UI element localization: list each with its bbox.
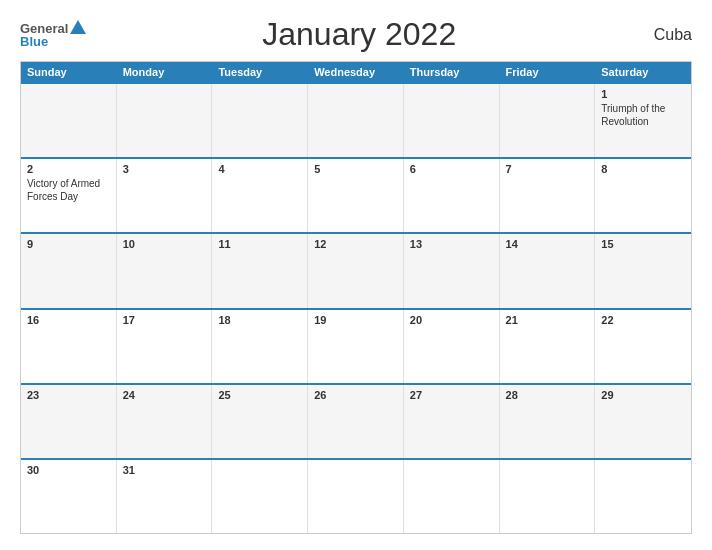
header-monday: Monday [117, 62, 213, 82]
day-8: 8 [601, 163, 685, 175]
cell-w5-mon: 24 [117, 385, 213, 458]
day-2: 2 [27, 163, 110, 175]
holiday-1: Triumph of the Revolution [601, 103, 665, 127]
header-thursday: Thursday [404, 62, 500, 82]
cell-w1-thu [404, 84, 500, 157]
header-wednesday: Wednesday [308, 62, 404, 82]
cell-w5-tue: 25 [212, 385, 308, 458]
day-6: 6 [410, 163, 493, 175]
day-19: 19 [314, 314, 397, 326]
day-31: 31 [123, 464, 206, 476]
cell-w1-tue [212, 84, 308, 157]
cell-w3-wed: 12 [308, 234, 404, 307]
cell-w5-fri: 28 [500, 385, 596, 458]
cell-w1-fri [500, 84, 596, 157]
header-friday: Friday [500, 62, 596, 82]
cell-w1-sun [21, 84, 117, 157]
cell-w1-mon [117, 84, 213, 157]
cell-w4-mon: 17 [117, 310, 213, 383]
week-row-1: 1 Triumph of the Revolution [21, 82, 691, 157]
week-row-6: 30 31 [21, 458, 691, 533]
cell-w3-thu: 13 [404, 234, 500, 307]
week-row-3: 9 10 11 12 13 14 15 [21, 232, 691, 307]
logo-general: General [20, 22, 68, 35]
cell-w5-wed: 26 [308, 385, 404, 458]
holiday-2: Victory of Armed Forces Day [27, 178, 100, 202]
cell-w6-tue [212, 460, 308, 533]
cell-w2-fri: 7 [500, 159, 596, 232]
day-9: 9 [27, 238, 110, 250]
day-27: 27 [410, 389, 493, 401]
day-20: 20 [410, 314, 493, 326]
cell-w2-sun: 2 Victory of Armed Forces Day [21, 159, 117, 232]
cell-w5-sat: 29 [595, 385, 691, 458]
cell-w2-thu: 6 [404, 159, 500, 232]
day-5: 5 [314, 163, 397, 175]
cell-w3-tue: 11 [212, 234, 308, 307]
week-row-5: 23 24 25 26 27 28 29 [21, 383, 691, 458]
day-14: 14 [506, 238, 589, 250]
day-30: 30 [27, 464, 110, 476]
cell-w4-sat: 22 [595, 310, 691, 383]
cell-w2-wed: 5 [308, 159, 404, 232]
day-13: 13 [410, 238, 493, 250]
country-name: Cuba [632, 26, 692, 44]
day-17: 17 [123, 314, 206, 326]
cell-w4-tue: 18 [212, 310, 308, 383]
cell-w6-sat [595, 460, 691, 533]
day-1: 1 [601, 88, 685, 100]
cell-w3-sat: 15 [595, 234, 691, 307]
day-23: 23 [27, 389, 110, 401]
cell-w6-fri [500, 460, 596, 533]
cell-w2-tue: 4 [212, 159, 308, 232]
header-saturday: Saturday [595, 62, 691, 82]
cell-w5-sun: 23 [21, 385, 117, 458]
cell-w1-wed [308, 84, 404, 157]
calendar: Sunday Monday Tuesday Wednesday Thursday… [20, 61, 692, 534]
day-28: 28 [506, 389, 589, 401]
week-row-4: 16 17 18 19 20 21 22 [21, 308, 691, 383]
logo: General Blue [20, 22, 86, 48]
cell-w3-fri: 14 [500, 234, 596, 307]
page: General Blue January 2022 Cuba Sunday Mo… [0, 0, 712, 550]
cell-w4-sun: 16 [21, 310, 117, 383]
logo-wrapper: General Blue [20, 22, 86, 48]
day-24: 24 [123, 389, 206, 401]
day-12: 12 [314, 238, 397, 250]
cell-w4-wed: 19 [308, 310, 404, 383]
cell-w3-mon: 10 [117, 234, 213, 307]
day-4: 4 [218, 163, 301, 175]
day-26: 26 [314, 389, 397, 401]
day-15: 15 [601, 238, 685, 250]
cell-w4-thu: 20 [404, 310, 500, 383]
day-18: 18 [218, 314, 301, 326]
cell-w5-thu: 27 [404, 385, 500, 458]
cell-w6-thu [404, 460, 500, 533]
day-29: 29 [601, 389, 685, 401]
day-21: 21 [506, 314, 589, 326]
day-22: 22 [601, 314, 685, 326]
cell-w6-sun: 30 [21, 460, 117, 533]
cell-w6-mon: 31 [117, 460, 213, 533]
day-25: 25 [218, 389, 301, 401]
day-10: 10 [123, 238, 206, 250]
logo-blue: Blue [20, 35, 48, 48]
day-11: 11 [218, 238, 301, 250]
week-row-2: 2 Victory of Armed Forces Day 3 4 5 6 7 [21, 157, 691, 232]
cell-w1-sat: 1 Triumph of the Revolution [595, 84, 691, 157]
logo-top: General [20, 22, 86, 35]
cell-w3-sun: 9 [21, 234, 117, 307]
cell-w4-fri: 21 [500, 310, 596, 383]
header-sunday: Sunday [21, 62, 117, 82]
calendar-header-row: Sunday Monday Tuesday Wednesday Thursday… [21, 62, 691, 82]
calendar-body: 1 Triumph of the Revolution 2 Victory of… [21, 82, 691, 533]
header-tuesday: Tuesday [212, 62, 308, 82]
cell-w2-mon: 3 [117, 159, 213, 232]
cell-w2-sat: 8 [595, 159, 691, 232]
day-3: 3 [123, 163, 206, 175]
header: General Blue January 2022 Cuba [20, 16, 692, 53]
logo-triangle-icon [70, 20, 86, 34]
day-7: 7 [506, 163, 589, 175]
day-16: 16 [27, 314, 110, 326]
calendar-title: January 2022 [86, 16, 632, 53]
